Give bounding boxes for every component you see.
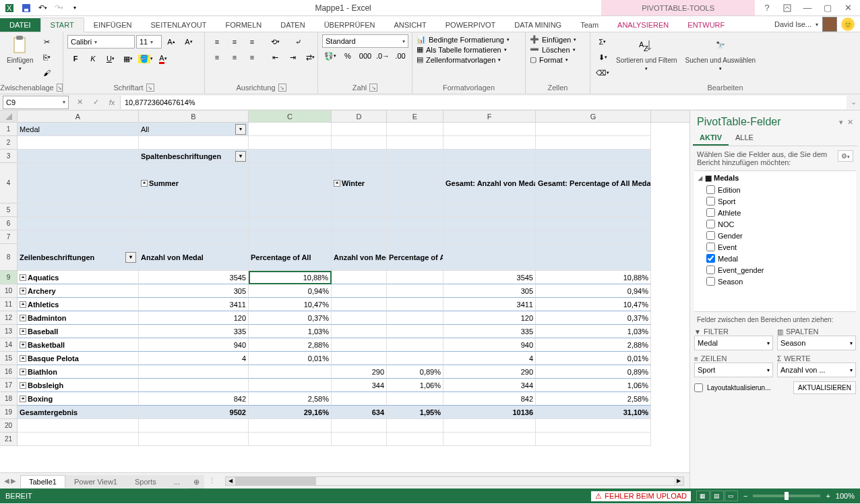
row-header[interactable]: 13 xyxy=(0,325,18,338)
zoom-level[interactable]: 100% xyxy=(836,492,855,500)
italic-icon[interactable]: K xyxy=(85,51,101,66)
save-icon[interactable] xyxy=(19,1,34,15)
tab-daten[interactable]: DATEN xyxy=(271,18,314,32)
row-header[interactable]: 2 xyxy=(0,136,18,150)
tab-analysieren[interactable]: ANALYSIEREN xyxy=(608,18,678,32)
underline-icon[interactable]: U▾ xyxy=(102,51,119,66)
pivot-row-label[interactable]: +Archery xyxy=(18,284,139,298)
row-labels-dropdown[interactable]: Zeilenbeschriftungen▾ xyxy=(18,244,139,271)
pivot-row-label[interactable]: +Boxing xyxy=(18,392,139,406)
fx-icon[interactable]: fx xyxy=(104,96,120,109)
fp-tab-alle[interactable]: ALLE xyxy=(729,131,760,146)
area-rows-box[interactable]: Sport▾ xyxy=(694,363,773,377)
find-select-button[interactable]: 🔭 Suchen und Auswählen▾ xyxy=(683,34,759,73)
grid-body[interactable]: 1MedalAll▾23Spaltenbeschriftungen▾4+Summ… xyxy=(0,123,689,472)
merge-icon[interactable]: ⇄▾ xyxy=(302,50,318,65)
new-sheet-icon[interactable]: ⊕ xyxy=(189,475,204,489)
user-name[interactable]: David Ise... xyxy=(774,20,811,28)
update-button[interactable]: AKTUALISIEREN xyxy=(793,381,856,394)
font-size-combo[interactable]: 11▾ xyxy=(136,35,162,49)
cut-icon[interactable]: ✂ xyxy=(38,34,55,49)
align-top-icon[interactable]: ≡ xyxy=(209,34,225,49)
format-painter-icon[interactable]: 🖌 xyxy=(38,65,55,80)
autosum-icon[interactable]: Σ▾ xyxy=(594,34,611,49)
column-header[interactable]: B xyxy=(139,111,249,122)
zoom-out-icon[interactable]: − xyxy=(743,492,747,500)
expand-formula-icon[interactable]: ⌄ xyxy=(847,98,860,106)
upload-error-badge[interactable]: ⚠FEHLER BEIM UPLOAD xyxy=(591,491,691,501)
row-header[interactable]: 20 xyxy=(0,419,18,433)
expand-icon[interactable]: + xyxy=(20,328,26,335)
tab-datei[interactable]: DATEI xyxy=(0,18,40,32)
feedback-icon[interactable]: 🙂 xyxy=(841,18,855,31)
field-item[interactable]: Edition xyxy=(694,184,856,195)
zoom-slider[interactable] xyxy=(753,495,820,497)
field-checkbox[interactable] xyxy=(706,208,715,217)
field-table[interactable]: ◢ ▦ Medals xyxy=(694,172,856,184)
sheet-tab[interactable]: Sports xyxy=(126,475,165,488)
font-color-icon[interactable]: A▾ xyxy=(155,51,171,66)
view-pagebreak-icon[interactable]: ▭ xyxy=(725,491,738,501)
col-summer[interactable]: +Summer xyxy=(139,163,249,203)
horizontal-scrollbar[interactable]: ◀ ▶ xyxy=(225,476,684,486)
tab-formeln[interactable]: FORMELN xyxy=(216,18,271,32)
sheet-nav-next-icon[interactable]: ▶ xyxy=(11,477,16,484)
select-all-icon[interactable] xyxy=(0,111,18,122)
row-header[interactable]: 18 xyxy=(0,392,18,406)
column-header[interactable]: D xyxy=(332,111,387,122)
thousands-icon[interactable]: 000 xyxy=(357,49,373,63)
name-box[interactable]: C9▾ xyxy=(3,96,69,109)
indent-inc-icon[interactable]: ⇥ xyxy=(284,50,301,65)
row-header[interactable]: 7 xyxy=(0,230,18,244)
area-filter-box[interactable]: Medal▾ xyxy=(694,336,773,350)
paste-button[interactable]: Einfügen ▾ xyxy=(4,34,36,73)
field-item[interactable]: Season xyxy=(694,276,856,287)
expand-icon[interactable]: + xyxy=(141,180,148,187)
tab-datamining[interactable]: DATA MINING xyxy=(505,18,571,32)
align-left-icon[interactable]: ≡ xyxy=(209,50,225,65)
expand-icon[interactable]: + xyxy=(20,369,26,375)
view-normal-icon[interactable]: ▦ xyxy=(696,491,710,501)
row-header[interactable]: 9 xyxy=(0,271,18,284)
pane-close-icon[interactable]: ✕ xyxy=(847,118,853,127)
row-header[interactable]: 3 xyxy=(0,150,18,163)
pivot-filter-dropdown[interactable]: All▾ xyxy=(139,123,249,136)
row-header[interactable]: 19 xyxy=(0,406,18,419)
tab-team[interactable]: Team xyxy=(571,18,608,32)
field-checkbox[interactable] xyxy=(706,265,715,274)
indent-dec-icon[interactable]: ⇤ xyxy=(267,50,283,65)
expand-icon[interactable]: + xyxy=(20,301,26,308)
clear-icon[interactable]: ⌫▾ xyxy=(594,65,611,80)
row-header[interactable]: 5 xyxy=(0,203,18,217)
dropdown-icon[interactable]: ▾ xyxy=(235,151,246,162)
row-header[interactable]: 11 xyxy=(0,298,18,311)
minimize-icon[interactable]: — xyxy=(801,1,814,15)
filter-icon[interactable]: ▾ xyxy=(125,252,136,263)
row-header[interactable]: 6 xyxy=(0,217,18,230)
format-cells-button[interactable]: ▢Format▾ xyxy=(530,55,568,65)
field-checkbox[interactable] xyxy=(706,243,715,251)
column-header[interactable]: E xyxy=(387,111,443,122)
sort-filter-button[interactable]: AZ Sortieren und Filtern▾ xyxy=(613,34,680,73)
qat-customize-icon[interactable]: ▾ xyxy=(67,1,82,15)
pivot-row-label[interactable]: +Badminton xyxy=(18,311,139,325)
border-icon[interactable]: ▦▾ xyxy=(120,51,136,66)
bold-icon[interactable]: F xyxy=(67,51,84,66)
percent-icon[interactable]: % xyxy=(340,49,356,63)
sheet-tab[interactable]: Power View1 xyxy=(65,475,126,488)
dec-decimal-icon[interactable]: .00 xyxy=(392,49,408,63)
field-checkbox[interactable] xyxy=(706,220,715,228)
formula-input[interactable] xyxy=(120,96,847,109)
field-checkbox[interactable] xyxy=(706,231,715,240)
fp-layout-gear-icon[interactable]: ⚙▾ xyxy=(838,150,853,162)
format-as-table-button[interactable]: ▦Als Tabelle formatieren▾ xyxy=(417,44,507,55)
field-item[interactable]: Athlete xyxy=(694,207,856,218)
area-values-box[interactable]: Anzahl von ...▾ xyxy=(777,363,856,377)
align-bottom-icon[interactable]: ≡ xyxy=(244,34,260,49)
tab-powerpivot[interactable]: POWERPIVOT xyxy=(436,18,505,32)
column-header[interactable]: A xyxy=(18,111,139,122)
pivot-row-label[interactable]: +Baseball xyxy=(18,325,139,338)
row-header[interactable]: 4 xyxy=(0,163,18,203)
ribbon-collapse-icon[interactable] xyxy=(780,1,794,15)
expand-icon[interactable]: + xyxy=(20,396,26,402)
